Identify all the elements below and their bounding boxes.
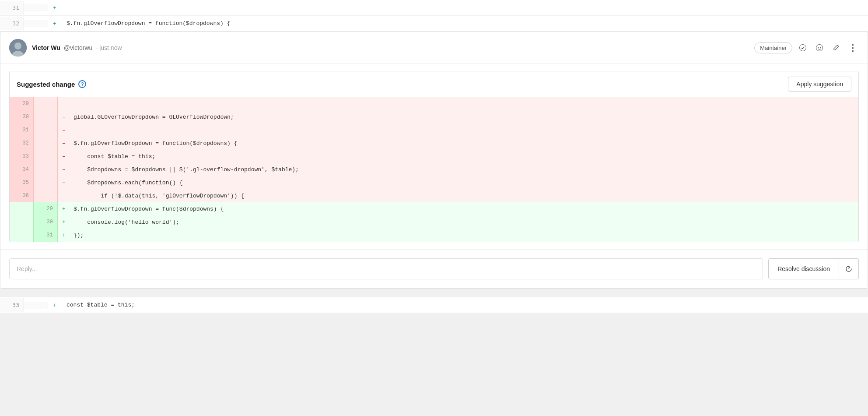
diff-code-new-30: console.log('hello world'); bbox=[70, 215, 858, 229]
apply-suggestion-button[interactable]: Apply suggestion bbox=[788, 77, 851, 92]
suggestion-box: Suggested change ? Apply suggestion 29 –… bbox=[9, 71, 859, 242]
more-options-icon-button[interactable]: ⋮ bbox=[847, 42, 859, 54]
diff-new-num-empty-34 bbox=[34, 163, 58, 176]
comment-time: · just now bbox=[96, 44, 122, 51]
reply-area: Reply... Resolve discussion bbox=[0, 249, 868, 288]
line-num-31-right bbox=[24, 4, 48, 11]
check-icon-button[interactable] bbox=[797, 42, 809, 54]
diff-old-num-29: 29 bbox=[10, 97, 34, 110]
line-31-code bbox=[61, 5, 868, 11]
comment-meta: Victor Wu @victorwu · just now bbox=[32, 44, 754, 51]
comment-header: Victor Wu @victorwu · just now Maintaine… bbox=[0, 32, 868, 64]
diff-code-new-31: }); bbox=[70, 229, 858, 242]
bottom-code-line: 33 + const $table = this; bbox=[0, 297, 868, 313]
diff-old-num-34: 34 bbox=[10, 163, 34, 176]
diff-old-line-29: 29 – bbox=[10, 97, 858, 110]
comment-author: Victor Wu bbox=[32, 44, 60, 51]
diff-marker-minus-31: – bbox=[58, 123, 70, 137]
diff-old-line-32: 32 – $.fn.glOverflowDropdown = function(… bbox=[10, 137, 858, 150]
diff-new-num-empty-36 bbox=[34, 189, 58, 202]
diff-marker-plus-30: + bbox=[58, 215, 70, 229]
bottom-line-code: const $table = this; bbox=[61, 299, 868, 311]
diff-new-line-31: 31 + }); bbox=[10, 229, 858, 242]
diff-code-old-33: const $table = this; bbox=[70, 150, 858, 163]
diff-old-num-36: 36 bbox=[10, 189, 34, 202]
suggestion-title-text: Suggested change bbox=[17, 81, 75, 88]
bottom-line-marker: + bbox=[48, 302, 61, 308]
diff-new-line-30: 30 + console.log('hello world'); bbox=[10, 215, 858, 229]
diff-old-num-empty-n29 bbox=[10, 202, 34, 215]
diff-code-old-31 bbox=[70, 123, 858, 137]
diff-old-num-30: 30 bbox=[10, 110, 34, 123]
line-num-32-left: 32 bbox=[0, 17, 24, 30]
svg-point-5 bbox=[818, 47, 819, 48]
edit-icon-button[interactable] bbox=[830, 42, 842, 54]
line-32-marker: + bbox=[48, 20, 61, 27]
diff-marker-minus-30: – bbox=[58, 110, 70, 123]
suggestion-header: Suggested change ? Apply suggestion bbox=[10, 71, 858, 97]
svg-point-4 bbox=[816, 45, 823, 51]
avatar-image bbox=[9, 39, 27, 56]
page-wrapper: 31 + 32 + $.fn.glOverflowDropdown = func… bbox=[0, 0, 868, 416]
line-num-32-right bbox=[24, 20, 48, 27]
help-icon[interactable]: ? bbox=[78, 80, 86, 88]
diff-old-line-31: 31 – bbox=[10, 123, 858, 137]
diff-code-old-36: if (!$.data(this, 'glOverflowDropdown'))… bbox=[70, 189, 858, 202]
svg-point-3 bbox=[800, 45, 806, 51]
diff-new-num-empty-32 bbox=[34, 137, 58, 150]
bottom-line-num-left: 33 bbox=[0, 298, 24, 312]
line-32-code: $.fn.glOverflowDropdown = function($drop… bbox=[61, 18, 868, 29]
diff-old-line-34: 34 – $dropdowns = $dropdowns || $('.gl-o… bbox=[10, 163, 858, 176]
diff-old-num-empty-n31 bbox=[10, 229, 34, 242]
diff-old-line-36: 36 – if (!$.data(this, 'glOverflowDropdo… bbox=[10, 189, 858, 202]
diff-old-num-35: 35 bbox=[10, 176, 34, 189]
maintainer-badge: Maintainer bbox=[754, 42, 792, 53]
diff-marker-plus-31: + bbox=[58, 229, 70, 242]
diff-code-old-32: $.fn.glOverflowDropdown = function($drop… bbox=[70, 137, 858, 150]
reply-placeholder: Reply... bbox=[17, 265, 37, 272]
top-code-line-31: 31 + bbox=[0, 0, 868, 16]
resolve-discussion-button[interactable]: Resolve discussion bbox=[768, 258, 839, 279]
diff-new-num-31: 31 bbox=[34, 229, 58, 242]
diff-old-num-empty-n30 bbox=[10, 215, 34, 229]
diff-new-num-empty-31 bbox=[34, 123, 58, 137]
diff-old-num-31: 31 bbox=[10, 123, 34, 137]
top-code-line-32: 32 + $.fn.glOverflowDropdown = function(… bbox=[0, 16, 868, 32]
line-31-marker: + bbox=[48, 4, 61, 11]
diff-marker-minus-35: – bbox=[58, 176, 70, 189]
diff-old-line-33: 33 – const $table = this; bbox=[10, 150, 858, 163]
diff-code-old-34: $dropdowns = $dropdowns || $('.gl-overfl… bbox=[70, 163, 858, 176]
diff-new-num-29: 29 bbox=[34, 202, 58, 215]
suggestion-title: Suggested change ? bbox=[17, 80, 86, 88]
refresh-icon-button[interactable] bbox=[839, 258, 859, 279]
diff-marker-plus-29: + bbox=[58, 202, 70, 215]
diff-new-num-30: 30 bbox=[34, 215, 58, 229]
diff-marker-minus-34: – bbox=[58, 163, 70, 176]
diff-marker-minus-33: – bbox=[58, 150, 70, 163]
diff-code-old-35: $dropdowns.each(function() { bbox=[70, 176, 858, 189]
diff-old-num-32: 32 bbox=[10, 137, 34, 150]
diff-old-line-30: 30 – global.GLOverflowDropdown = GLOverf… bbox=[10, 110, 858, 123]
diff-marker-minus-29: – bbox=[58, 97, 70, 110]
diff-old-num-33: 33 bbox=[10, 150, 34, 163]
emoji-icon-button[interactable] bbox=[813, 42, 826, 54]
diff-new-line-29: 29 + $.fn.glOverflowDropdown = func($dro… bbox=[10, 202, 858, 215]
diff-old-line-35: 35 – $dropdowns.each(function() { bbox=[10, 176, 858, 189]
diff-code-new-29: $.fn.glOverflowDropdown = func($dropdown… bbox=[70, 202, 858, 215]
reply-input[interactable]: Reply... bbox=[9, 258, 763, 279]
svg-point-1 bbox=[14, 42, 21, 49]
comment-actions: Maintainer bbox=[754, 42, 859, 54]
separator bbox=[0, 289, 868, 297]
diff-block: 29 – 30 – global.GLOverflowDropdown = GL… bbox=[10, 97, 858, 242]
diff-new-num-empty-29 bbox=[34, 97, 58, 110]
diff-code-old-30: global.GLOverflowDropdown = GLOverflowDr… bbox=[70, 110, 858, 123]
diff-new-num-empty-33 bbox=[34, 150, 58, 163]
avatar bbox=[9, 39, 27, 56]
comment-username: @victorwu bbox=[64, 44, 93, 51]
line-num-31-left: 31 bbox=[0, 1, 24, 14]
diff-marker-minus-36: – bbox=[58, 189, 70, 202]
diff-new-num-empty-35 bbox=[34, 176, 58, 189]
comment-thread: Victor Wu @victorwu · just now Maintaine… bbox=[0, 32, 868, 289]
resolve-button-group: Resolve discussion bbox=[768, 258, 859, 279]
svg-point-6 bbox=[820, 47, 821, 48]
